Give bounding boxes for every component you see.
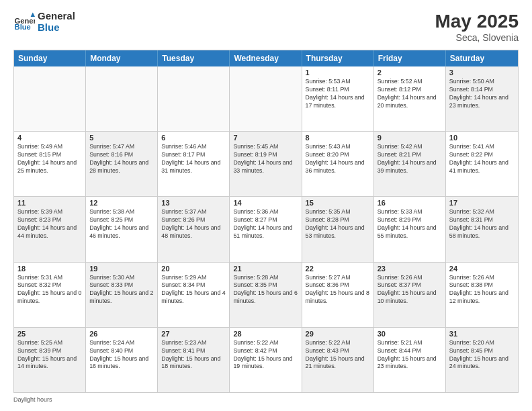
day-of-week-header: Friday	[374, 50, 446, 66]
day-number: 11	[17, 199, 82, 207]
calendar-row: 18Sunrise: 5:31 AM Sunset: 8:32 PM Dayli…	[14, 262, 518, 327]
day-of-week-header: Sunday	[14, 50, 86, 66]
calendar-day: 27Sunrise: 5:23 AM Sunset: 8:41 PM Dayli…	[158, 328, 230, 392]
day-info: Sunrise: 5:37 AM Sunset: 8:26 PM Dayligh…	[161, 208, 226, 240]
day-of-week-header: Tuesday	[158, 50, 230, 66]
day-info: Sunrise: 5:50 AM Sunset: 8:14 PM Dayligh…	[449, 78, 515, 110]
calendar-day: 1Sunrise: 5:53 AM Sunset: 8:11 PM Daylig…	[302, 66, 374, 131]
day-info: Sunrise: 5:33 AM Sunset: 8:29 PM Dayligh…	[378, 208, 442, 240]
day-of-week-header: Thursday	[302, 50, 374, 66]
calendar-day: 31Sunrise: 5:20 AM Sunset: 8:45 PM Dayli…	[446, 328, 518, 392]
calendar-row: 4Sunrise: 5:49 AM Sunset: 8:15 PM Daylig…	[14, 131, 518, 196]
title-block: May 2025 Seca, Slovenia	[435, 11, 519, 43]
day-number: 4	[17, 134, 82, 142]
day-info: Sunrise: 5:38 AM Sunset: 8:25 PM Dayligh…	[89, 208, 154, 240]
calendar-day: 15Sunrise: 5:35 AM Sunset: 8:28 PM Dayli…	[302, 197, 374, 261]
day-info: Sunrise: 5:30 AM Sunset: 8:33 PM Dayligh…	[89, 274, 154, 306]
calendar-header: SundayMondayTuesdayWednesdayThursdayFrid…	[14, 50, 518, 66]
day-info: Sunrise: 5:42 AM Sunset: 8:21 PM Dayligh…	[378, 143, 442, 175]
month-year: May 2025	[435, 11, 519, 32]
day-info: Sunrise: 5:41 AM Sunset: 8:22 PM Dayligh…	[449, 143, 515, 175]
calendar-row: 11Sunrise: 5:39 AM Sunset: 8:23 PM Dayli…	[14, 196, 518, 261]
svg-text:Blue: Blue	[15, 23, 31, 31]
day-number: 29	[306, 330, 370, 338]
day-number: 1	[306, 68, 370, 77]
calendar-body: 1Sunrise: 5:53 AM Sunset: 8:11 PM Daylig…	[14, 66, 518, 392]
day-info: Sunrise: 5:53 AM Sunset: 8:11 PM Dayligh…	[306, 78, 370, 110]
day-info: Sunrise: 5:43 AM Sunset: 8:20 PM Dayligh…	[306, 143, 370, 175]
page: General Blue General Blue May 2025 Seca,…	[0, 0, 532, 411]
calendar-day: 11Sunrise: 5:39 AM Sunset: 8:23 PM Dayli…	[14, 197, 86, 261]
day-info: Sunrise: 5:47 AM Sunset: 8:16 PM Dayligh…	[89, 143, 154, 175]
day-info: Sunrise: 5:20 AM Sunset: 8:45 PM Dayligh…	[449, 339, 515, 371]
calendar-day: 3Sunrise: 5:50 AM Sunset: 8:14 PM Daylig…	[446, 66, 518, 131]
day-number: 26	[89, 330, 154, 338]
day-number: 9	[378, 134, 442, 142]
day-number: 14	[233, 199, 298, 207]
calendar-day: 17Sunrise: 5:32 AM Sunset: 8:31 PM Dayli…	[446, 197, 518, 261]
day-number: 22	[306, 265, 370, 273]
calendar-day: 5Sunrise: 5:47 AM Sunset: 8:16 PM Daylig…	[86, 132, 158, 196]
day-info: Sunrise: 5:22 AM Sunset: 8:42 PM Dayligh…	[233, 339, 298, 371]
day-number: 2	[378, 68, 442, 77]
day-number: 16	[378, 199, 442, 207]
empty-day	[158, 66, 230, 131]
calendar-day: 18Sunrise: 5:31 AM Sunset: 8:32 PM Dayli…	[14, 263, 86, 327]
day-number: 12	[89, 199, 154, 207]
calendar-row: 25Sunrise: 5:25 AM Sunset: 8:39 PM Dayli…	[14, 327, 518, 392]
day-number: 3	[449, 68, 515, 77]
daylight-label: Daylight hours	[13, 396, 52, 403]
day-number: 5	[89, 134, 154, 142]
day-info: Sunrise: 5:35 AM Sunset: 8:28 PM Dayligh…	[306, 208, 370, 240]
day-info: Sunrise: 5:26 AM Sunset: 8:37 PM Dayligh…	[378, 274, 442, 306]
calendar-day: 19Sunrise: 5:30 AM Sunset: 8:33 PM Dayli…	[86, 263, 158, 327]
calendar-day: 10Sunrise: 5:41 AM Sunset: 8:22 PM Dayli…	[446, 132, 518, 196]
svg-marker-2	[31, 12, 35, 16]
calendar-day: 14Sunrise: 5:36 AM Sunset: 8:27 PM Dayli…	[230, 197, 302, 261]
day-number: 18	[17, 265, 82, 273]
day-number: 23	[378, 265, 442, 273]
header: General Blue General Blue May 2025 Seca,…	[13, 11, 519, 43]
empty-day	[14, 66, 86, 131]
calendar-row: 1Sunrise: 5:53 AM Sunset: 8:11 PM Daylig…	[14, 66, 518, 131]
day-of-week-header: Saturday	[446, 50, 518, 66]
day-info: Sunrise: 5:31 AM Sunset: 8:32 PM Dayligh…	[17, 274, 82, 306]
logo: General Blue General Blue	[13, 11, 75, 33]
location: Seca, Slovenia	[435, 32, 519, 43]
calendar-day: 16Sunrise: 5:33 AM Sunset: 8:29 PM Dayli…	[374, 197, 446, 261]
calendar-day: 2Sunrise: 5:52 AM Sunset: 8:12 PM Daylig…	[374, 66, 446, 131]
calendar-day: 8Sunrise: 5:43 AM Sunset: 8:20 PM Daylig…	[302, 132, 374, 196]
calendar-day: 9Sunrise: 5:42 AM Sunset: 8:21 PM Daylig…	[374, 132, 446, 196]
logo-blue: Blue	[38, 22, 75, 34]
calendar-day: 12Sunrise: 5:38 AM Sunset: 8:25 PM Dayli…	[86, 197, 158, 261]
logo-general: General	[38, 11, 75, 22]
day-of-week-header: Wednesday	[230, 50, 302, 66]
day-number: 7	[233, 134, 298, 142]
calendar-day: 13Sunrise: 5:37 AM Sunset: 8:26 PM Dayli…	[158, 197, 230, 261]
day-info: Sunrise: 5:39 AM Sunset: 8:23 PM Dayligh…	[17, 208, 82, 240]
day-info: Sunrise: 5:36 AM Sunset: 8:27 PM Dayligh…	[233, 208, 298, 240]
calendar-day: 6Sunrise: 5:46 AM Sunset: 8:17 PM Daylig…	[158, 132, 230, 196]
day-number: 21	[233, 265, 298, 273]
calendar-day: 4Sunrise: 5:49 AM Sunset: 8:15 PM Daylig…	[14, 132, 86, 196]
calendar-day: 25Sunrise: 5:25 AM Sunset: 8:39 PM Dayli…	[14, 328, 86, 392]
day-info: Sunrise: 5:49 AM Sunset: 8:15 PM Dayligh…	[17, 143, 82, 175]
calendar-day: 29Sunrise: 5:22 AM Sunset: 8:43 PM Dayli…	[302, 328, 374, 392]
calendar: SundayMondayTuesdayWednesdayThursdayFrid…	[13, 50, 519, 393]
calendar-day: 26Sunrise: 5:24 AM Sunset: 8:40 PM Dayli…	[86, 328, 158, 392]
day-number: 25	[17, 330, 82, 338]
empty-day	[86, 66, 158, 131]
day-number: 8	[306, 134, 370, 142]
day-info: Sunrise: 5:24 AM Sunset: 8:40 PM Dayligh…	[89, 339, 154, 371]
day-of-week-header: Monday	[86, 50, 158, 66]
day-number: 10	[449, 134, 515, 142]
empty-day	[230, 66, 302, 131]
day-info: Sunrise: 5:52 AM Sunset: 8:12 PM Dayligh…	[378, 78, 442, 110]
day-number: 19	[89, 265, 154, 273]
day-number: 13	[161, 199, 226, 207]
day-info: Sunrise: 5:45 AM Sunset: 8:19 PM Dayligh…	[233, 143, 298, 175]
calendar-day: 24Sunrise: 5:26 AM Sunset: 8:38 PM Dayli…	[446, 263, 518, 327]
calendar-day: 21Sunrise: 5:28 AM Sunset: 8:35 PM Dayli…	[230, 263, 302, 327]
day-info: Sunrise: 5:21 AM Sunset: 8:44 PM Dayligh…	[378, 339, 442, 371]
calendar-day: 28Sunrise: 5:22 AM Sunset: 8:42 PM Dayli…	[230, 328, 302, 392]
